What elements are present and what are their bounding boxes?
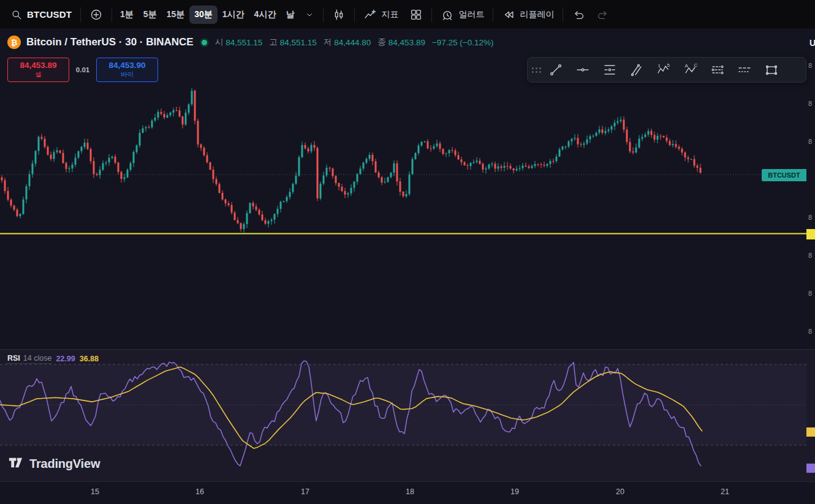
account-badge[interactable]: U <box>809 38 815 48</box>
rsi-legend[interactable]: RSI 14 close 22.99 36.88 <box>7 354 99 364</box>
replay-label: 리플레이 <box>520 9 554 20</box>
trade-panel: 84,453.89 셀 0.01 84,453.90 바이 <box>7 58 158 82</box>
tradingview-logo-icon <box>7 454 24 473</box>
ohlc-row: 시84,551.15 고84,551.15 저84,444.80 종84,453… <box>215 37 494 48</box>
buy-button[interactable]: 84,453.90 바이 <box>96 58 158 82</box>
svg-text:5: 5 <box>667 62 670 68</box>
symbol-name: BTCUSDT <box>27 9 72 20</box>
timeframe-4h[interactable]: 4시간 <box>249 6 281 24</box>
rsi-params: 14 close <box>23 354 52 363</box>
undo-button[interactable] <box>566 4 591 25</box>
price-tick-label: 8 <box>808 328 812 335</box>
fib-retracement-icon[interactable] <box>596 59 623 80</box>
time-axis-label: 20 <box>616 487 624 496</box>
open-value: 84,551.15 <box>226 38 262 47</box>
search-icon <box>10 9 23 21</box>
timeframe-1d[interactable]: 날 <box>281 6 299 24</box>
timeframe-dropdown-button[interactable] <box>299 6 320 23</box>
time-axis-label: 18 <box>406 487 414 496</box>
price-tick-label: 8 <box>808 290 812 297</box>
rsi-title: RSI <box>7 354 20 363</box>
rsi-pane[interactable] <box>0 349 815 481</box>
horizontal-line-price-chip <box>806 229 815 239</box>
rectangle-icon[interactable] <box>758 59 785 80</box>
indicators-button[interactable]: 지표 <box>358 4 404 25</box>
market-status-dot[interactable] <box>202 40 207 45</box>
bitcoin-icon: ₿ <box>7 36 21 49</box>
candlestick-icon <box>332 8 346 21</box>
watermark-text: TradingView <box>29 457 100 471</box>
change-value: −97.25 (−0.12%) <box>432 38 494 47</box>
price-tick-label: 8 <box>808 214 812 221</box>
parallel-channel-icon[interactable] <box>623 59 650 80</box>
price-tick-label: 8 <box>808 100 812 107</box>
indicators-icon <box>363 8 377 21</box>
close-value: 84,453.89 <box>389 38 425 47</box>
redo-button[interactable] <box>591 4 615 25</box>
layout-grid-button[interactable] <box>404 4 428 25</box>
forecast-lines-icon[interactable] <box>704 59 731 80</box>
timeframe-1h[interactable]: 1시간 <box>218 6 249 24</box>
svg-text:1: 1 <box>658 63 661 69</box>
dashed-line-icon[interactable] <box>731 59 758 80</box>
redo-icon <box>596 8 610 21</box>
rsi-value-chip <box>806 464 815 473</box>
toolbar-separator <box>323 7 324 22</box>
timeframe-5m[interactable]: 5분 <box>138 6 162 24</box>
layout-grid-icon <box>409 8 423 21</box>
chart-type-button[interactable] <box>327 4 351 25</box>
replay-icon <box>502 8 515 21</box>
rsi-value: 22.99 <box>56 355 75 363</box>
abcd-pattern-icon[interactable]: AC <box>677 59 704 80</box>
indicators-label: 지표 <box>381 9 398 20</box>
chart-legend: ₿ Bitcoin / TetherUS · 30 · BINANCE 시84,… <box>7 36 493 49</box>
elliott-wave-icon[interactable]: 15 <box>650 59 677 80</box>
alert-label: 얼러트 <box>458 9 484 20</box>
top-toolbar: BTCUSDT 1분 5분 15분 30분 1시간 4시간 날 <box>0 0 815 29</box>
time-axis-label: 16 <box>195 487 204 496</box>
price-scale-symbol-label: BTCUSDT <box>762 169 806 181</box>
chevron-down-icon <box>305 10 314 20</box>
rsi-ma-value-chip <box>806 427 815 437</box>
alert-clock-icon <box>441 8 454 21</box>
timeframe-30m-selected[interactable]: 30분 <box>189 6 218 24</box>
rsi-ma-value: 36.88 <box>80 355 99 363</box>
trend-line-icon[interactable] <box>542 59 569 80</box>
timeframe-1m[interactable]: 1분 <box>115 6 138 24</box>
symbol-search-button[interactable]: BTCUSDT <box>5 5 77 24</box>
price-tick-label: 8 <box>808 252 812 259</box>
timeframe-15m[interactable]: 15분 <box>162 6 190 24</box>
horizontal-line-icon[interactable] <box>569 59 596 80</box>
drag-handle[interactable] <box>530 67 542 73</box>
spread-value: 0.01 <box>69 66 96 73</box>
time-axis-label: 19 <box>510 487 519 496</box>
toolbar-separator <box>493 7 493 22</box>
price-tick-label: 8 <box>808 138 812 145</box>
undo-icon <box>572 8 585 21</box>
time-axis-label: 21 <box>721 487 729 496</box>
add-symbol-button[interactable] <box>84 4 108 25</box>
svg-text:C: C <box>694 62 698 68</box>
toolbar-separator <box>431 7 432 22</box>
time-axis-label: 17 <box>301 487 309 496</box>
symbol-title[interactable]: Bitcoin / TetherUS · 30 · BINANCE <box>26 36 194 48</box>
alert-button[interactable]: 얼러트 <box>435 4 490 25</box>
high-value: 84,551.15 <box>280 38 317 47</box>
toolbar-separator <box>354 7 355 22</box>
toolbar-separator <box>80 7 81 22</box>
tradingview-watermark: TradingView <box>7 454 100 473</box>
plus-circle-icon <box>89 8 103 21</box>
time-axis-label: 15 <box>91 487 99 496</box>
low-value: 84,444.80 <box>334 38 371 47</box>
tradingview-window: BTCUSDT 1분 5분 15분 30분 1시간 4시간 날 <box>0 0 815 504</box>
replay-button[interactable]: 리플레이 <box>496 4 559 25</box>
rsi-chart <box>0 350 815 482</box>
sell-button[interactable]: 84,453.89 셀 <box>7 58 69 82</box>
time-axis[interactable]: 15161718192021 <box>0 481 815 504</box>
drawing-toolbar: 15 AC <box>527 57 806 83</box>
price-tick-label: 8 <box>808 62 812 69</box>
svg-text:A: A <box>685 63 689 69</box>
toolbar-separator <box>112 7 112 22</box>
toolbar-separator <box>563 7 563 22</box>
